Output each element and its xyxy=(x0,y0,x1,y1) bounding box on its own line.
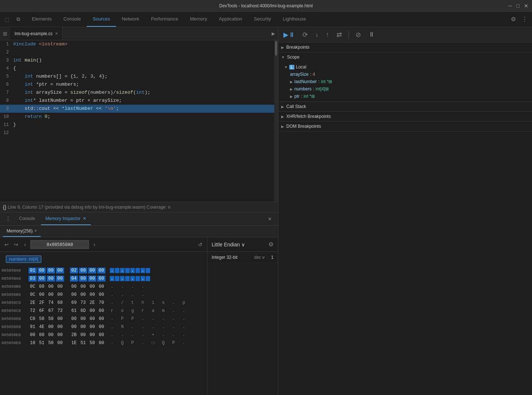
code-line-1: 1 #include <iostream> xyxy=(0,40,274,48)
code-line-6: 6 int *ptr = numbers; xyxy=(0,81,274,89)
code-scroll[interactable]: 1 #include <iostream> 2 3 int main() 4 { xyxy=(0,40,274,202)
endian-label: Little Endian xyxy=(212,242,240,247)
breakpoints-header[interactable]: ▶ Breakpoints xyxy=(278,42,532,52)
nav-tabs: Elements Console Sources Network Perform… xyxy=(26,12,312,27)
scope-lastnumber[interactable]: ▶ lastNumber : int *⊞ xyxy=(278,78,532,85)
callstack-label: Call Stack xyxy=(286,104,306,109)
callstack-section: ▶ Call Stack xyxy=(278,102,532,112)
xhr-section: ▶ XHR/fetch Breakpoints xyxy=(278,112,532,122)
title-bar: DevTools - localhost:4000/lmi-bug-exampl… xyxy=(0,0,532,12)
code-line-12: 12 xyxy=(0,129,274,137)
memory-subtab-close[interactable]: ✕ xyxy=(34,229,37,233)
bottom-panel-close[interactable]: ✕ xyxy=(265,216,275,222)
bottom-tab-more[interactable]: ⋮ xyxy=(3,214,13,224)
tab-console[interactable]: Console xyxy=(57,12,87,27)
file-tab-close[interactable]: ✕ xyxy=(55,31,58,36)
tab-lighthouse[interactable]: Lighthouse xyxy=(277,12,312,27)
hex-row-1: 005050A8 03 00 00 00 04 xyxy=(1,275,205,283)
code-line-11: 11 } xyxy=(0,121,274,129)
memory-content: ↩ ↪ ‹ › ↺ numbers: int[4] xyxy=(0,237,278,395)
debug-panels[interactable]: ▶ Breakpoints ▼ Scope ▼ L Local xyxy=(278,42,532,395)
memory-inspector: Memory(256) ✕ ↩ ↪ ‹ › ↺ xyxy=(0,226,278,395)
int32-format[interactable]: dec ∨ xyxy=(254,255,265,260)
bottom-tab-memory-inspector[interactable]: Memory Inspector ✕ xyxy=(41,212,91,225)
tab-application[interactable]: Application xyxy=(213,12,248,27)
file-tab-nav[interactable]: ⊞ xyxy=(0,31,10,37)
dbg-pause-exceptions-btn[interactable]: ⏸ xyxy=(366,29,377,40)
scrollbar-thumb xyxy=(275,41,277,56)
endian-chevron: ∨ xyxy=(241,242,245,247)
mem-prev-btn[interactable]: ‹ xyxy=(22,241,28,249)
local-chevron: ▼ xyxy=(284,65,288,69)
dom-header[interactable]: ▶ DOM Breakpoints xyxy=(278,122,532,131)
dbg-resume-btn[interactable]: ▶⏸ xyxy=(281,29,297,40)
memory-toolbar: ↩ ↪ ‹ › ↺ xyxy=(0,237,207,252)
code-line-10: 10 return 0; xyxy=(0,113,274,121)
tab-network[interactable]: Network xyxy=(116,12,145,27)
endian-select[interactable]: Little Endian ∨ xyxy=(212,242,245,247)
bottom-tab-console[interactable]: Console xyxy=(15,212,40,225)
scope-numbers[interactable]: ▶ numbers : int[4]⊞ xyxy=(278,85,532,93)
dbg-step-btn[interactable]: ⇄ xyxy=(334,29,344,40)
breakpoints-chevron: ▶ xyxy=(281,45,284,49)
mem-back-btn[interactable]: ↩ xyxy=(3,240,10,249)
right-panel: ▶⏸ ⟳ ↓ ↑ ⇄ ⊘ ⏸ ▶ Breakpoints ▼ Scope xyxy=(278,27,532,395)
file-tab-cc[interactable]: lmi-bug-example.cc ✕ xyxy=(10,27,63,40)
bottom-tabs: ⋮ Console Memory Inspector ✕ ✕ xyxy=(0,212,278,226)
memory-subtab-256[interactable]: Memory(256) ✕ xyxy=(3,226,41,237)
dbg-step-into-btn[interactable]: ↓ xyxy=(313,29,321,40)
breakpoints-section: ▶ Breakpoints xyxy=(278,42,532,52)
top-nav: ⬚ ⧉ Elements Console Sources Network Per… xyxy=(0,12,532,27)
code-line-7: 7 int arraySize = sizeof(numbers)/sizeof… xyxy=(0,89,274,97)
mem-int32-row: Integer 32-bit dec ∨ 1 xyxy=(207,252,278,263)
code-area: 1 #include <iostream> 2 3 int main() 4 { xyxy=(0,40,278,202)
scope-header[interactable]: ▼ Scope xyxy=(278,52,532,62)
int32-value: 1 xyxy=(271,255,274,260)
status-text: Line 9, Column 17 (provided via debug in… xyxy=(8,205,170,210)
minimize-icon[interactable]: ─ xyxy=(509,3,512,9)
xhr-header[interactable]: ▶ XHR/fetch Breakpoints xyxy=(278,112,532,121)
cursor-icon[interactable]: ⬚ xyxy=(3,15,11,24)
mem-forward-btn[interactable]: ↪ xyxy=(12,240,20,249)
memory-hex-view[interactable]: 005050A0 01 00 00 00 02 xyxy=(0,267,207,395)
code-line-8: 8 int* lastNumber = ptr + arraySize; xyxy=(0,97,274,105)
dbg-step-out-btn[interactable]: ↑ xyxy=(324,29,331,40)
close-icon[interactable]: ✕ xyxy=(524,3,528,9)
dbg-deactivate-btn[interactable]: ⊘ xyxy=(353,29,363,40)
scope-local[interactable]: ▼ L Local xyxy=(278,63,532,71)
more-icon[interactable]: ⋮ xyxy=(520,14,529,24)
tab-sources[interactable]: Sources xyxy=(87,12,116,27)
code-scrollbar[interactable] xyxy=(274,40,278,202)
maximize-icon[interactable]: □ xyxy=(517,3,520,9)
main-layout: ⊞ lmi-bug-example.cc ✕ ▶ 1 #include <ios… xyxy=(0,27,532,395)
hex-row-6: 005050D0 C0 50 50 00 00 xyxy=(1,315,205,323)
mem-settings-btn[interactable]: ⚙ xyxy=(268,241,274,248)
int32-label: Integer 32-bit xyxy=(212,255,248,260)
dbg-step-over-btn[interactable]: ⟳ xyxy=(300,29,310,40)
tab-security[interactable]: Security xyxy=(248,12,277,27)
dock-icon[interactable]: ⧉ xyxy=(15,15,22,24)
scope-arraysize[interactable]: arraySize : 4 xyxy=(278,71,532,78)
hex-row-9: 005050E8 10 51 50 00 1E xyxy=(1,339,205,347)
mem-next-btn[interactable]: › xyxy=(91,241,97,249)
window-controls: ─ □ ✕ xyxy=(509,3,528,9)
hex-row-4: 005050C0 2E 2F 74 68 69 xyxy=(1,299,205,307)
run-btn[interactable]: ▶ xyxy=(269,31,278,36)
mem-refresh-btn[interactable]: ↺ xyxy=(197,240,204,249)
local-badge: L xyxy=(289,65,294,70)
tab-memory[interactable]: Memory xyxy=(184,12,213,27)
scope-ptr[interactable]: ▶ ptr : int *⊞ xyxy=(278,93,532,100)
mem-address-input[interactable] xyxy=(30,240,89,249)
status-curly: {} xyxy=(3,204,6,210)
format-label: dec xyxy=(254,255,261,260)
tab-performance[interactable]: Performance xyxy=(145,12,184,27)
hex-row-8: 005050E0 00 00 00 00 2B xyxy=(1,331,205,339)
settings-icon[interactable]: ⚙ xyxy=(509,14,517,24)
xhr-label: XHR/fetch Breakpoints xyxy=(286,114,331,119)
memory-right: Little Endian ∨ ⚙ Integer 32-bit dec ∨ xyxy=(207,237,278,395)
callstack-header[interactable]: ▶ Call Stack xyxy=(278,102,532,111)
tab-elements[interactable]: Elements xyxy=(26,12,57,27)
scope-section: ▼ Scope ▼ L Local arraySize : 4 xyxy=(278,52,532,102)
memory-inspector-tab-label: Memory Inspector xyxy=(45,216,81,221)
memory-inspector-tab-close[interactable]: ✕ xyxy=(83,216,86,221)
